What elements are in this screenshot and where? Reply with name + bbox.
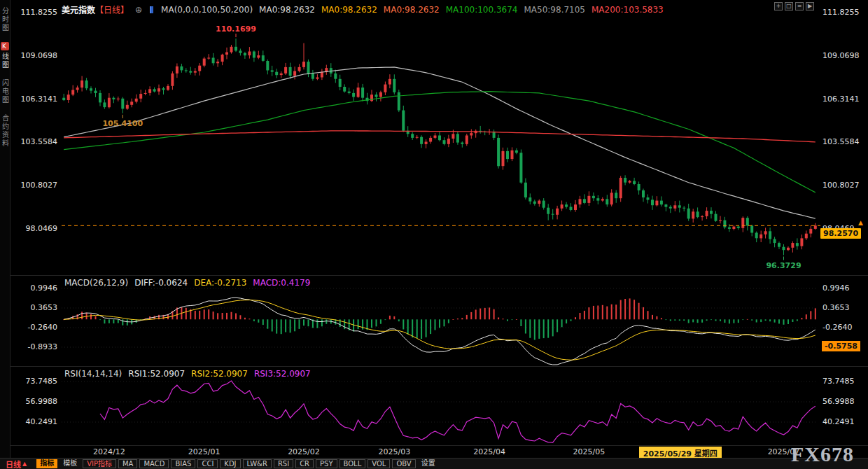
macd-diff-value: DIFF:-0.0624 [134,278,188,288]
sidebar-item-timeshare[interactable]: 分时图 [0,7,10,32]
sidebar-item-contract-info[interactable]: 合约资料 [0,114,10,148]
indicator-tab-rsi[interactable]: RSI [274,459,293,468]
macd-dea-value: DEA:-0.2713 [194,278,246,288]
indicator-tab-kdj[interactable]: KDJ [220,459,240,468]
candle-icon [150,6,153,13]
indicator-tabs: 指标模板VIP指标MAMACDBIASCCIKDJLW&RRSICRPSYBOL… [36,459,438,468]
candlestick-series[interactable] [62,38,817,255]
indicator-tab-boll[interactable]: BOLL [340,459,366,468]
fullscreen-icon[interactable]: ▶ [806,2,814,10]
ma-values: MA0:98.2632MA0:98.2632MA0:98.2632MA100:1… [259,5,670,15]
sidebar-item-kline[interactable]: K 线图 [0,42,10,69]
ma100-line [64,92,816,192]
chart-application: 110.1699105.410096.3729 分时图 K 线图 闪电图 合约资… [0,0,868,469]
indicator-tab-settings[interactable]: 设置 [418,459,439,468]
rsi-title: RSI(14,14,14) [64,369,122,379]
indicator-tab-ma[interactable]: MA [118,459,137,468]
rsi-line [100,381,816,442]
period-label: 【日线】 [95,4,129,15]
indicator-tab-lwr[interactable]: LW&R [243,459,272,468]
ma-value-label: MA0:98.2632 [259,5,315,15]
ma-value-label: MA200:103.5833 [592,5,664,15]
add-indicator-icon[interactable]: ⊕ [135,5,142,15]
rsi-header: RSI(14,14,14) RSI1:52.0907 RSI2:52.0907 … [64,369,311,379]
price-annotation: 110.1699 [216,24,256,34]
period-selector-label: 日线 [6,458,21,469]
sidebar-item-lightning[interactable]: 闪电图 [0,79,10,104]
rsi1-value: RSI1:52.0907 [128,369,185,379]
macd-crosshair-tag: -0.5758 [822,341,860,351]
symbol-name: 美元指数 [62,4,95,15]
indicator-toolbar: 日线 ▲ 指标模板VIP指标MAMACDBIASCCIKDJLW&RRSICRP… [0,458,868,469]
last-price-tag: 98.2570 [820,228,861,239]
ma-params: MA(0,0,0,100,50,200) [161,5,253,15]
indicator-tab-cr[interactable]: CR [295,459,314,468]
kline-badge: K [1,42,9,50]
indicator-tab-vol[interactable]: VOL [368,459,390,468]
indicator-tab-psy[interactable]: PSY [316,459,337,468]
sidebar-item-kline-label: 线图 [0,52,10,69]
ma50-line [64,67,816,218]
measure-icon[interactable]: □ [785,2,793,10]
macd-title: MACD(26,12,9) [64,278,128,288]
indicator-tab-obv[interactable]: OBV [392,459,415,468]
rsi3-value: RSI3:52.0907 [254,369,311,379]
main-chart-header: 美元指数 【日线】 ⊕ MA(0,0,0,100,50,200) MA0:98.… [62,4,670,15]
chart-canvas[interactable]: 110.1699105.410096.3729 [0,0,868,469]
macd-hist-value: MACD:0.4179 [253,278,310,288]
indicator-tab-templates[interactable]: 模板 [59,459,80,468]
price-annotation: 96.3729 [766,261,801,270]
crosshair-icon[interactable]: + [774,2,783,10]
indicator-tab-bias[interactable]: BIAS [171,459,195,468]
macd-header: MACD(26,12,9) DIFF:-0.0624 DEA:-0.2713 M… [64,278,310,288]
instrument-title: 美元指数 【日线】 [62,4,129,15]
ma-value-label: MA50:98.7105 [524,5,585,15]
ma-value-label: MA0:98.2632 [321,5,377,15]
ma-value-label: MA0:98.2632 [384,5,440,15]
caret-up-icon: ▲ [22,461,27,467]
indicator-tab-cci[interactable]: CCI [197,459,218,468]
window-tools: +□≡▶ [774,2,814,10]
rsi2-value: RSI2:52.0907 [191,369,248,379]
indicator-tab-vip-indicators[interactable]: VIP指标 [83,459,116,468]
price-annotation: 105.4100 [102,119,143,128]
indicator-tab-indicators[interactable]: 指标 [36,459,57,468]
indicator-list-icon[interactable]: ≡ [795,2,804,10]
chart-type-sidebar: 分时图 K 线图 闪电图 合约资料 [0,0,10,458]
price-marker-icon: ▲ [858,219,863,226]
ma-value-label: MA100:100.3674 [446,5,518,15]
period-selector[interactable]: 日线 ▲ [6,458,27,469]
indicator-tab-macd[interactable]: MACD [139,459,169,468]
